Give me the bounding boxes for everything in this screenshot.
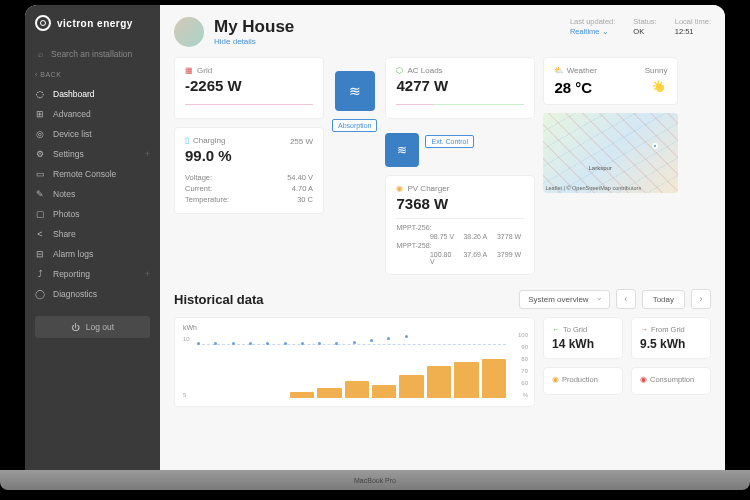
local-time-value: 12:51 (675, 27, 711, 36)
last-updated-value: Realtime ⌄ (570, 27, 615, 36)
sidebar-item-notes[interactable]: ✎Notes (25, 184, 160, 204)
absorption-badge: Absorption (332, 119, 377, 132)
sidebar-item-settings[interactable]: ⚙Settings+ (25, 144, 160, 164)
charging-stats: Voltage:54.40 V Current:4.70 A Temperatu… (185, 172, 313, 205)
consumption-card[interactable]: ◉Consumption (631, 367, 711, 395)
chart-bars (290, 348, 506, 398)
grid-value: -2265 W (185, 77, 313, 94)
laptop-base: MacBook Pro (0, 470, 750, 490)
sidebar-item-diagnostics[interactable]: ◯Diagnostics (25, 284, 160, 304)
ac-loads-icon: ⬡ (396, 66, 403, 75)
page-header: My House Hide details Last updated:Realt… (174, 17, 711, 47)
chart-ylabel: kWh (183, 324, 197, 331)
map-city-label: Larkspur (588, 165, 611, 171)
arrow-right-icon: → (640, 325, 648, 334)
back-link[interactable]: ‹ BACK (25, 65, 160, 84)
map-pin-icon (652, 143, 658, 149)
sidebar-item-dashboard[interactable]: ◌Dashboard (25, 84, 160, 104)
inverter-icon[interactable]: ≋ (335, 71, 375, 111)
share-icon: < (35, 229, 45, 239)
sidebar-item-share[interactable]: <Share (25, 224, 160, 244)
chart-yaxis2: 10090807060% (510, 332, 528, 398)
status-value: OK (633, 27, 656, 36)
grid-card[interactable]: ▦Grid -2265 W (174, 57, 324, 119)
pv-icon: ◉ (396, 184, 403, 193)
consumption-icon: ◉ (640, 375, 647, 384)
charging-percent: 99.0 % (185, 147, 313, 164)
photos-icon: ▢ (35, 209, 45, 219)
expand-icon: + (145, 149, 150, 159)
alarm-icon: ⊟ (35, 249, 45, 259)
installation-avatar[interactable] (174, 17, 204, 47)
today-button[interactable]: Today (642, 290, 685, 309)
prev-button[interactable]: ‹ (616, 289, 636, 309)
sidebar-item-device-list[interactable]: ◎Device list (25, 124, 160, 144)
location-map[interactable]: Larkspur Leaflet | © OpenStreetMap contr… (543, 113, 678, 193)
notes-icon: ✎ (35, 189, 45, 199)
diagnostics-icon: ◯ (35, 289, 45, 299)
historical-title: Historical data (174, 292, 264, 307)
sidebar-item-reporting[interactable]: ⤴Reporting+ (25, 264, 160, 284)
chart-line-series (197, 342, 413, 346)
brand-text: victron energy (57, 18, 133, 29)
reporting-icon: ⤴ (35, 269, 45, 279)
ac-loads-card[interactable]: ⬡AC Loads 4277 W (385, 57, 535, 119)
brand-logo-icon (35, 15, 51, 31)
page-title: My House (214, 17, 560, 37)
to-grid-card[interactable]: ←To Grid 14 kWh (543, 317, 623, 359)
search-input[interactable]: ⌕ Search an installation (25, 43, 160, 65)
dashboard-icon: ◌ (35, 89, 45, 99)
brand: victron energy (25, 15, 160, 43)
weather-condition: Sunny (645, 66, 668, 75)
ac-sparkline (396, 98, 524, 110)
sun-icon (653, 81, 667, 95)
weather-card[interactable]: ⛅ WeatherSunny 28 °C (543, 57, 678, 105)
grid-icon: ▦ (185, 66, 193, 75)
sidebar-item-alarm-logs[interactable]: ⊟Alarm logs (25, 244, 160, 264)
battery-icon: ▯ (185, 136, 189, 145)
header-meta: Last updated:Realtime ⌄ Status:OK Local … (570, 17, 711, 36)
mppt-table: MPPT-256: 98.75 V38.26 A3778 W MPPT-258:… (396, 218, 524, 266)
sidebar-item-remote-console[interactable]: ▭Remote Console (25, 164, 160, 184)
device-list-icon: ◎ (35, 129, 45, 139)
pv-charger-card[interactable]: ◉PV Charger 7368 W MPPT-256: 98.75 V38.2… (385, 175, 535, 275)
logout-button[interactable]: ⏻Log out (35, 316, 150, 338)
grid-sparkline (185, 98, 313, 110)
main-content: My House Hide details Last updated:Realt… (160, 5, 725, 470)
weather-label: ⛅ Weather (554, 66, 596, 75)
weather-icon: ⛅ (554, 66, 566, 75)
historical-section: Historical data System overview ‹ Today … (174, 289, 711, 407)
from-grid-value: 9.5 kWh (640, 337, 702, 351)
logout-icon: ⏻ (71, 322, 80, 332)
to-grid-value: 14 kWh (552, 337, 614, 351)
charger-icon[interactable]: ≋ (385, 133, 419, 167)
charging-watts: 255 W (290, 137, 313, 146)
ac-loads-value: 4277 W (396, 77, 524, 94)
map-attribution: Leaflet | © OpenStreetMap contributors (545, 185, 676, 191)
sidebar: victron energy ⌕ Search an installation … (25, 5, 160, 470)
console-icon: ▭ (35, 169, 45, 179)
expand-icon: + (145, 269, 150, 279)
weather-temp: 28 °C (554, 79, 592, 96)
advanced-icon: ⊞ (35, 109, 45, 119)
from-grid-card[interactable]: →From Grid 9.5 kWh (631, 317, 711, 359)
settings-icon: ⚙ (35, 149, 45, 159)
pv-value: 7368 W (396, 195, 524, 212)
arrow-left-icon: ← (552, 325, 560, 334)
view-select[interactable]: System overview (519, 290, 609, 309)
hide-details-link[interactable]: Hide details (214, 37, 560, 46)
production-icon: ◉ (552, 375, 559, 384)
search-icon: ⌕ (35, 49, 45, 59)
search-placeholder: Search an installation (51, 49, 132, 59)
next-button[interactable]: › (691, 289, 711, 309)
production-card[interactable]: ◉Production (543, 367, 623, 395)
charging-card[interactable]: ▯Charging 255 W 99.0 % Voltage:54.40 V C… (174, 127, 324, 214)
chart-yaxis: 105 (183, 336, 195, 398)
sidebar-item-photos[interactable]: ▢Photos (25, 204, 160, 224)
history-chart[interactable]: kWh 105 10090807060% (174, 317, 535, 407)
ext-control-badge: Ext. Control (425, 135, 474, 148)
sidebar-item-advanced[interactable]: ⊞Advanced (25, 104, 160, 124)
